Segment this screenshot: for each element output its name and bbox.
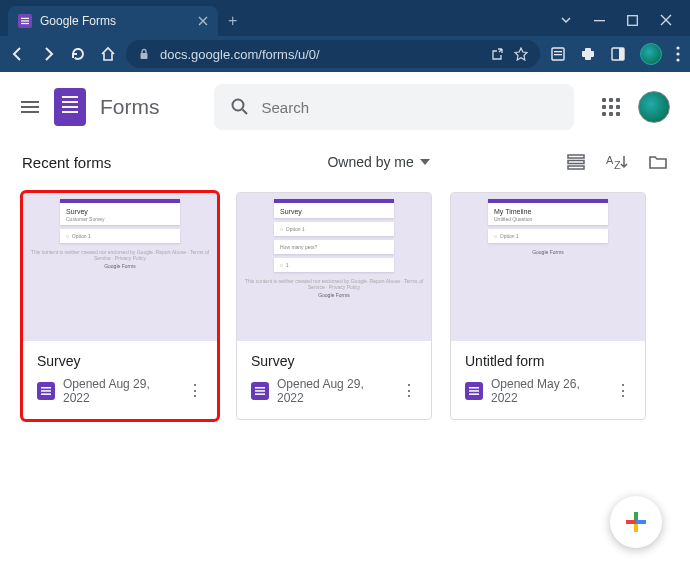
svg-point-17 — [232, 100, 243, 111]
app-header: Forms — [0, 72, 690, 142]
owner-filter[interactable]: Owned by me — [247, 154, 429, 170]
svg-rect-29 — [469, 387, 479, 389]
search-icon — [230, 97, 250, 117]
star-icon[interactable] — [514, 47, 528, 61]
chevron-down-icon[interactable] — [560, 14, 572, 26]
window-controls — [560, 14, 690, 36]
plus-icon — [626, 512, 646, 532]
google-apps-icon[interactable] — [602, 98, 620, 116]
close-window-icon[interactable] — [660, 14, 672, 26]
svg-rect-31 — [469, 393, 479, 395]
svg-rect-19 — [568, 161, 584, 164]
form-thumbnail: Survey ○ Option 1 How many pets? ○ 1 Thi… — [237, 193, 431, 341]
svg-rect-16 — [21, 111, 39, 113]
card-menu-icon[interactable]: ⋮ — [401, 384, 417, 398]
browser-titlebar: Google Forms + — [0, 0, 690, 36]
url-text: docs.google.com/forms/u/0/ — [160, 47, 480, 62]
svg-point-13 — [676, 58, 679, 61]
svg-rect-3 — [594, 20, 605, 21]
svg-rect-0 — [21, 18, 29, 19]
svg-text:Z: Z — [614, 159, 621, 171]
search-bar[interactable] — [214, 84, 574, 130]
opened-date: Opened Aug 29, 2022 — [63, 377, 179, 405]
svg-rect-1 — [21, 20, 29, 21]
share-icon[interactable] — [490, 47, 504, 61]
opened-date: Opened Aug 29, 2022 — [277, 377, 393, 405]
svg-point-11 — [676, 46, 679, 49]
svg-rect-4 — [628, 15, 638, 25]
form-title: Untitled form — [465, 353, 631, 369]
owner-filter-label: Owned by me — [327, 154, 413, 170]
form-card[interactable]: Survey ○ Option 1 How many pets? ○ 1 Thi… — [236, 192, 432, 420]
svg-rect-14 — [21, 101, 39, 103]
reader-icon[interactable] — [550, 46, 566, 62]
lock-icon — [138, 48, 150, 60]
minimize-icon[interactable] — [594, 15, 605, 26]
svg-rect-8 — [554, 54, 562, 55]
svg-rect-10 — [619, 48, 624, 60]
forms-badge-icon — [251, 382, 269, 400]
forms-grid: SurveyCustomer Survey ○ Option 1 This co… — [0, 184, 690, 428]
home-button[interactable] — [100, 46, 116, 62]
card-menu-icon[interactable]: ⋮ — [615, 384, 631, 398]
opened-date: Opened May 26, 2022 — [491, 377, 607, 405]
svg-rect-24 — [41, 390, 51, 392]
browser-toolbar: docs.google.com/forms/u/0/ — [0, 36, 690, 72]
new-tab-button[interactable]: + — [228, 12, 237, 36]
forms-favicon — [18, 14, 32, 28]
svg-rect-30 — [469, 390, 479, 392]
svg-text:A: A — [606, 154, 614, 166]
card-menu-icon[interactable]: ⋮ — [187, 384, 203, 398]
account-avatar[interactable] — [638, 91, 670, 123]
browser-tab[interactable]: Google Forms — [8, 6, 218, 36]
recent-forms-title: Recent forms — [22, 154, 111, 171]
forms-badge-icon — [465, 382, 483, 400]
svg-rect-20 — [568, 166, 584, 169]
reload-button[interactable] — [70, 46, 86, 62]
recent-bar: Recent forms Owned by me AZ — [0, 142, 690, 184]
tab-close-icon[interactable] — [198, 16, 208, 26]
create-form-button[interactable] — [610, 496, 662, 548]
forms-badge-icon — [37, 382, 55, 400]
form-thumbnail: SurveyCustomer Survey ○ Option 1 This co… — [23, 193, 217, 341]
sort-icon[interactable]: AZ — [606, 152, 628, 172]
forward-button[interactable] — [40, 46, 56, 62]
extensions-icon[interactable] — [580, 46, 596, 62]
form-thumbnail: My TimelineUntitled Question ○ Option 1 … — [451, 193, 645, 341]
form-card[interactable]: SurveyCustomer Survey ○ Option 1 This co… — [22, 192, 218, 420]
sidepanel-icon[interactable] — [610, 46, 626, 62]
form-title: Survey — [37, 353, 203, 369]
svg-rect-28 — [255, 393, 265, 395]
search-input[interactable] — [262, 99, 558, 116]
dropdown-arrow-icon — [420, 159, 430, 165]
profile-avatar[interactable] — [640, 43, 662, 65]
svg-rect-15 — [21, 106, 39, 108]
svg-rect-7 — [554, 51, 562, 52]
svg-rect-2 — [21, 23, 29, 24]
svg-rect-5 — [141, 53, 148, 59]
svg-rect-23 — [41, 387, 51, 389]
svg-rect-27 — [255, 390, 265, 392]
kebab-menu-icon[interactable] — [676, 46, 680, 62]
menu-button[interactable] — [20, 97, 40, 117]
forms-logo-icon — [54, 88, 86, 126]
maximize-icon[interactable] — [627, 15, 638, 26]
address-bar[interactable]: docs.google.com/forms/u/0/ — [126, 40, 540, 68]
back-button[interactable] — [10, 46, 26, 62]
svg-rect-26 — [255, 387, 265, 389]
svg-rect-18 — [568, 155, 584, 158]
list-view-icon[interactable] — [566, 152, 586, 172]
app-title: Forms — [100, 95, 160, 119]
svg-point-12 — [676, 52, 679, 55]
form-card[interactable]: My TimelineUntitled Question ○ Option 1 … — [450, 192, 646, 420]
form-title: Survey — [251, 353, 417, 369]
svg-rect-25 — [41, 393, 51, 395]
folder-icon[interactable] — [648, 152, 668, 172]
tab-title: Google Forms — [40, 14, 116, 28]
